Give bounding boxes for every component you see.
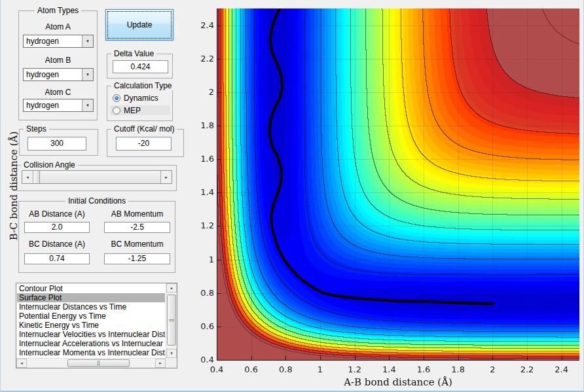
y-axis-label: B-C bond distance (Å) bbox=[8, 101, 20, 271]
plot-type-list: Contour PlotSurface PlotInternuclear Dis… bbox=[17, 284, 165, 357]
x-tick-label: 1.4 bbox=[374, 365, 403, 374]
collision-angle-panel: Collision Angle ◄ ► bbox=[16, 165, 177, 191]
radio-dynamics[interactable]: Dynamics bbox=[110, 93, 170, 103]
y-tick-label: 2 bbox=[187, 87, 214, 97]
atom-a-dropdown[interactable]: hydrogen ▼ bbox=[23, 35, 94, 48]
collision-angle-slider[interactable]: ◄ ► bbox=[22, 170, 172, 184]
atom-c-label: Atom C bbox=[19, 88, 97, 97]
ab-momentum-field[interactable]: -2.5 bbox=[104, 222, 170, 233]
steps-panel: Steps 300 bbox=[19, 129, 98, 156]
x-tick-label: 0.6 bbox=[237, 365, 266, 374]
scroll-left-icon[interactable]: ◄ bbox=[16, 359, 27, 368]
plot-type-listbox: Contour PlotSurface PlotInternuclear Dis… bbox=[16, 283, 177, 368]
radio-mep-label: MEP bbox=[124, 106, 141, 115]
radio-dynamics-label: Dynamics bbox=[124, 94, 158, 103]
x-tick-label: 2.2 bbox=[513, 365, 541, 374]
initial-conditions-panel: Initial Conditions AB Distance (A) AB Mo… bbox=[18, 201, 175, 273]
scroll-up-icon[interactable]: ▲ bbox=[166, 283, 177, 293]
y-tick-label: 1.8 bbox=[187, 120, 214, 130]
radio-unselected-icon[interactable] bbox=[113, 107, 120, 115]
list-item[interactable]: Internuclear Accelerations vs Internucle… bbox=[17, 339, 165, 348]
delta-value-panel: Delta Value 0.424 bbox=[107, 54, 173, 79]
y-tick-label: 0.6 bbox=[187, 321, 214, 331]
atom-a-label: Atom A bbox=[19, 22, 97, 31]
vertical-scroll-thumb[interactable] bbox=[167, 294, 176, 346]
ab-distance-label: AB Distance (A) bbox=[24, 209, 90, 219]
y-tick-label: 0.8 bbox=[187, 288, 214, 298]
atom-types-panel: Atom Types Atom A hydrogen ▼ Atom B hydr… bbox=[18, 10, 98, 120]
x-tick-label: 1 bbox=[306, 365, 335, 374]
radio-mep[interactable]: MEP bbox=[110, 105, 170, 115]
thumb-grip-icon bbox=[98, 361, 100, 366]
atom-types-title: Atom Types bbox=[35, 6, 81, 15]
y-tick-label: 1.6 bbox=[187, 154, 214, 164]
slider-thumb[interactable] bbox=[33, 171, 40, 183]
cutoff-field[interactable]: -20 bbox=[116, 137, 172, 151]
horizontal-scroll-thumb[interactable] bbox=[67, 359, 130, 367]
scroll-down-icon[interactable]: ▼ bbox=[166, 349, 177, 358]
bc-momentum-label: BC Momentum bbox=[104, 240, 170, 249]
slider-left-arrow-icon[interactable]: ◄ bbox=[22, 171, 33, 183]
collision-angle-title: Collision Angle bbox=[21, 160, 78, 169]
delta-value-title: Delta Value bbox=[111, 49, 156, 58]
bc-momentum-field[interactable]: -1.25 bbox=[104, 253, 170, 264]
ab-momentum-label: AB Momentum bbox=[104, 209, 170, 219]
atom-b-value: hydrogen bbox=[24, 70, 82, 79]
x-tick-label: 1.6 bbox=[409, 365, 438, 374]
steps-title: Steps bbox=[24, 124, 49, 134]
scroll-right-icon[interactable]: ► bbox=[155, 359, 166, 368]
list-item[interactable]: Surface Plot bbox=[17, 293, 165, 302]
y-tick-label: 1.4 bbox=[187, 187, 214, 197]
chevron-down-icon[interactable]: ▼ bbox=[82, 99, 93, 111]
ab-distance-field[interactable]: 2.0 bbox=[24, 222, 90, 233]
atom-c-dropdown[interactable]: hydrogen ▼ bbox=[23, 99, 94, 112]
x-tick-label: 1.2 bbox=[340, 365, 369, 374]
app-window: Atom Types Atom A hydrogen ▼ Atom B hydr… bbox=[0, 0, 584, 392]
update-button[interactable]: Update bbox=[105, 9, 173, 41]
slider-right-arrow-icon[interactable]: ► bbox=[160, 171, 172, 183]
list-item[interactable]: Internuclear Momenta vs Internuclear Dis… bbox=[17, 348, 165, 357]
y-tick-label: 0.4 bbox=[187, 355, 214, 365]
list-item[interactable]: Internuclear Distances vs Time bbox=[17, 302, 165, 312]
x-tick-label: 0.8 bbox=[271, 365, 300, 374]
pes-contour-canvas bbox=[217, 9, 579, 361]
list-item[interactable]: Internuclear Velocities vs Internuclear … bbox=[17, 330, 165, 339]
x-tick-label: 2 bbox=[478, 365, 507, 374]
cutoff-title: Cutoff (Kcal/ mol) bbox=[111, 124, 177, 134]
calculation-type-title: Calculation Type bbox=[111, 81, 175, 90]
steps-field[interactable]: 300 bbox=[27, 137, 86, 151]
initial-conditions-title: Initial Conditions bbox=[65, 196, 128, 205]
horizontal-scrollbar[interactable]: ◄ ► bbox=[16, 358, 166, 368]
bc-distance-label: BC Distance (A) bbox=[24, 240, 90, 249]
atom-b-label: Atom B bbox=[19, 56, 97, 65]
atom-c-value: hydrogen bbox=[24, 101, 82, 110]
list-item[interactable]: Kinetic Energy vs Time bbox=[17, 321, 165, 330]
list-item[interactable]: Potential Energy vs Time bbox=[17, 312, 165, 321]
bc-distance-field[interactable]: 0.74 bbox=[24, 253, 90, 264]
chevron-down-icon[interactable]: ▼ bbox=[82, 35, 93, 47]
delta-value-field[interactable]: 0.424 bbox=[113, 60, 168, 73]
atom-a-value: hydrogen bbox=[24, 37, 82, 46]
x-tick-label: 1.8 bbox=[444, 365, 473, 374]
y-tick-label: 1.2 bbox=[187, 221, 214, 230]
list-item[interactable]: Contour Plot bbox=[17, 284, 165, 293]
thumb-grip-icon bbox=[169, 319, 174, 321]
radio-selected-icon[interactable] bbox=[113, 94, 120, 102]
x-axis-label: A-B bond distance (Å) bbox=[217, 376, 579, 388]
x-tick-label: 0.4 bbox=[202, 365, 231, 374]
x-tick-label: 2.4 bbox=[547, 365, 576, 374]
y-tick-label: 2.2 bbox=[187, 54, 214, 63]
scrollbar-corner bbox=[166, 358, 177, 368]
chevron-down-icon[interactable]: ▼ bbox=[82, 69, 93, 80]
cutoff-panel: Cutoff (Kcal/ mol) -20 bbox=[107, 129, 184, 157]
calculation-type-panel: Calculation Type Dynamics MEP bbox=[107, 86, 173, 121]
atom-b-dropdown[interactable]: hydrogen ▼ bbox=[23, 68, 94, 81]
vertical-scrollbar[interactable]: ▲ ▼ bbox=[166, 283, 177, 358]
y-tick-label: 2.4 bbox=[187, 20, 214, 30]
y-tick-label: 1 bbox=[187, 255, 214, 264]
